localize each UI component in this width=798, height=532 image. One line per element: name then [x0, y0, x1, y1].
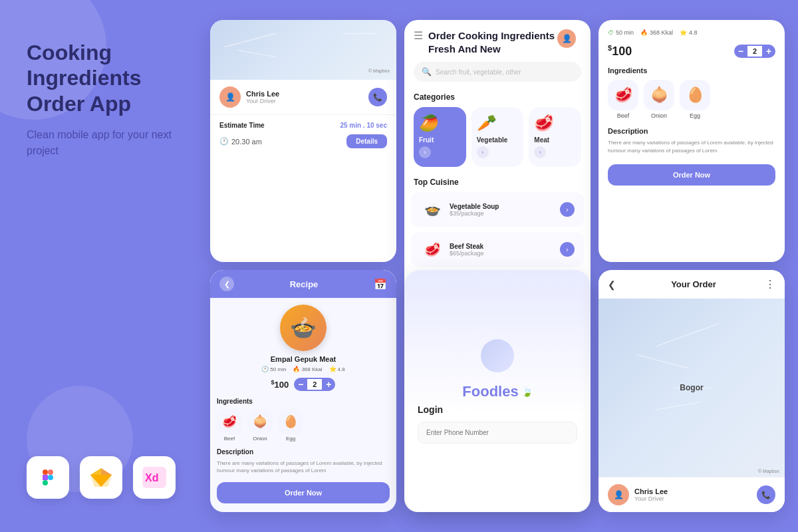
app-subtitle: Clean mobile app for your next project [27, 127, 186, 159]
qty-display: 2 [307, 379, 322, 390]
order-driver-name: Chris Lee [634, 487, 668, 495]
app-title: Cooking Ingredients Order App [27, 40, 186, 116]
left-panel: Cooking Ingredients Order App Clean mobi… [13, 13, 200, 519]
ing-ingredients-title: Ingredients [608, 66, 775, 74]
ing-order-btn[interactable]: Order Now [608, 164, 775, 186]
order-map: Bogor © Mapbox [598, 299, 785, 477]
egg-icon: 🥚 [278, 409, 303, 434]
ing-qty-display: 2 [747, 46, 762, 57]
svg-rect-3 [43, 480, 48, 485]
order-phone-button[interactable]: 📞 [757, 485, 775, 504]
ing-item-beef: 🥩 Beef [608, 80, 638, 119]
more-options-button[interactable]: ⋮ [765, 278, 775, 291]
estimate-label: Estimate Time [219, 122, 265, 129]
order-driver-role: Your Driver [634, 495, 668, 502]
recipe-card: ❮ Recipe 📅 🍲 Empal Gepuk Meat 🕐50 min 🔥3… [210, 270, 396, 512]
fruit-icon: 🥭 [419, 114, 439, 132]
beef-steak-image: 🥩 [420, 237, 444, 261]
svg-rect-0 [43, 469, 48, 475]
ingredients-detail-card: ⏱ 50 min 🔥 368 Kkal ⭐ 4.8 $100 − 2 + Ing… [598, 20, 785, 262]
driver-role: Your Driver [246, 98, 279, 104]
map-city: Bogor [680, 383, 703, 392]
description-title: Description [217, 448, 390, 456]
ingredient-beef: 🥩 Beef [217, 409, 242, 442]
details-button[interactable]: Details [346, 134, 387, 148]
veg-soup-arrow: › [560, 202, 575, 217]
qty-decrease[interactable]: − [294, 378, 307, 391]
category-meat[interactable]: 🥩 Meat › [529, 107, 581, 167]
phone-input[interactable] [418, 422, 577, 444]
login-inner: Foodles 🍃 Login [404, 270, 591, 512]
ing-qty-increase[interactable]: + [762, 45, 775, 58]
your-order-title: Your Order [622, 279, 765, 289]
food-circle: 🍲 [280, 305, 327, 351]
brand-logo: Foodles 🍃 [462, 383, 532, 400]
svg-point-4 [48, 475, 53, 480]
login-title: Login [418, 404, 443, 415]
qty-control[interactable]: − 2 + [294, 378, 335, 391]
ingredients-title: Ingredients [217, 398, 390, 405]
order-now-button[interactable]: Order Now [217, 482, 390, 503]
map-area: © Mapbox [210, 20, 396, 80]
beef-steak-arrow: › [560, 242, 575, 257]
ing-price: $100 [608, 44, 632, 59]
ing-beef-icon: 🥩 [608, 80, 638, 110]
map-credit: © Mapbox [368, 68, 390, 73]
recipe-header: ❮ Recipe 📅 [210, 270, 396, 298]
description-text: There are many variations of passages of… [217, 460, 390, 474]
svg-rect-2 [43, 475, 48, 480]
ingredient-egg: 🥚 Egg [278, 409, 303, 442]
top-stats-row: ⏱ 50 min 🔥 368 Kkal ⭐ 4.8 [608, 29, 775, 36]
ing-desc-text: There are many variations of passages of… [608, 139, 775, 155]
ing-egg-icon: 🥚 [680, 80, 710, 110]
ingredient-onion: 🧅 Onion [247, 409, 273, 442]
clock-time: 🕐 20.30 am [219, 137, 262, 146]
back-button[interactable]: ❮ [219, 277, 234, 291]
category-vegetable[interactable]: 🥕 Vegetable › [471, 107, 524, 167]
menu-icon: ☰ [414, 29, 423, 42]
categories-label: Categories [404, 88, 591, 107]
veg-soup-image: 🍲 [420, 198, 444, 221]
login-card: Foodles 🍃 Login [404, 270, 591, 512]
category-fruit[interactable]: 🥭 Fruit › [414, 107, 466, 167]
meat-arrow: › [534, 146, 546, 158]
estimate-time: 25 min . 10 sec [340, 122, 387, 129]
categories-row: 🥭 Fruit › 🥕 Vegetable › 🥩 Meat › [404, 107, 591, 175]
meat-icon: 🥩 [534, 114, 554, 132]
driver-name: Chris Lee [246, 90, 279, 98]
order-driver-avatar: 👤 [608, 484, 629, 505]
ing-item-onion: 🧅 Onion [644, 80, 674, 119]
figma-icon [27, 456, 69, 499]
svg-rect-1 [48, 469, 53, 475]
user-avatar: 👤 [557, 29, 576, 48]
order-header: ☰ Order Cooking Ingredients Fresh And Ne… [404, 20, 591, 62]
calendar-icon: 📅 [374, 278, 387, 291]
driver-avatar: 👤 [219, 86, 241, 108]
ing-qty-control[interactable]: − 2 + [734, 45, 775, 58]
search-bar[interactable]: 🔍 Search fruit, vegetable, other [414, 62, 581, 82]
xd-icon: Xd [133, 456, 176, 499]
phone-button[interactable]: 📞 [368, 88, 387, 106]
svg-text:Xd: Xd [145, 472, 158, 483]
your-order-back[interactable]: ❮ [608, 279, 616, 290]
onion-icon: 🧅 [247, 409, 273, 434]
food-name: Empal Gepuk Meat [210, 355, 396, 363]
order-title: Order Cooking Ingredients Fresh And New [428, 29, 557, 55]
your-order-header: ❮ Your Order ⋮ [598, 270, 785, 299]
brand-icon: 🍃 [521, 386, 533, 397]
cuisine-vegetable-soup[interactable]: 🍲 Vegetable Soup $35/package › [411, 192, 584, 227]
ing-item-egg: 🥚 Egg [680, 80, 710, 119]
ing-onion-icon: 🧅 [644, 80, 674, 110]
top-cuisine-label: Top Cuisine [404, 175, 591, 192]
map-credit: © Mapbox [758, 469, 779, 473]
description-section: Description There are many variations of… [210, 446, 396, 477]
ing-qty-decrease[interactable]: − [734, 45, 747, 58]
delivery-card: © Mapbox 👤 Chris Lee Your Driver 📞 Estim… [210, 20, 396, 262]
qty-increase[interactable]: + [322, 378, 335, 391]
cuisine-beef-steak[interactable]: 🥩 Beef Steak $65/package › [411, 232, 584, 267]
fruit-arrow: › [419, 146, 431, 158]
order-driver-info: 👤 Chris Lee Your Driver 📞 [598, 477, 785, 512]
ingredient-items: 🥩 Beef 🧅 Onion 🥚 Egg [217, 409, 390, 442]
cards-area: © Mapbox 👤 Chris Lee Your Driver 📞 Estim… [210, 13, 785, 519]
price-qty-row: $100 − 2 + [210, 375, 396, 394]
